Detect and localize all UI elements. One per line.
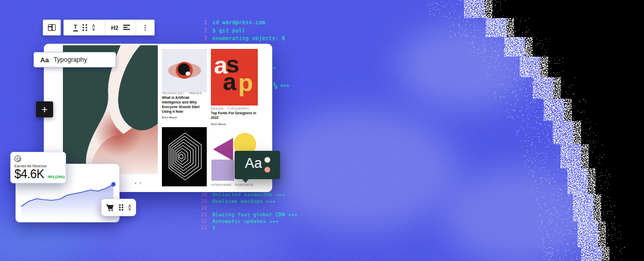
terminal-line: 19Realtime backups +++: [198, 198, 298, 204]
layout-grid-icon: [48, 24, 56, 31]
article-title: Top Fonts For Designers in 2022: [211, 111, 258, 120]
line-number: 1: [198, 20, 207, 25]
block-toolbar: T ∧ ∨ H2 ⋮: [63, 20, 155, 36]
heading-block-button[interactable]: T: [73, 24, 78, 31]
article-title: What is Artificial Intelligence and Why …: [162, 96, 207, 114]
terminal-line: 2$ git pull: [198, 27, 285, 35]
line-number: 2: [198, 28, 207, 33]
terminal-text: Blazing fast global CDN +++: [212, 212, 298, 217]
align-button[interactable]: [123, 25, 130, 30]
terminal-line: 3enumerating objects: 6: [198, 34, 285, 43]
revenue-delta-badge: ↑903 (24%): [46, 175, 65, 180]
poster-letter: p: [238, 71, 253, 95]
chevron-down-icon: ∨: [92, 28, 95, 31]
terminal-text: Automatic updates +++: [212, 218, 279, 224]
line-number: 3: [198, 36, 207, 41]
terminal-text: $ git pull: [212, 28, 245, 33]
line-number: 18: [198, 192, 207, 197]
article-author: Ellen Bauer: [211, 123, 226, 126]
eye-illustration-image: [162, 49, 207, 92]
hexagon-opart-image: [162, 127, 207, 186]
eye-glint: [186, 72, 190, 76]
asap-poster-image: a s a p: [211, 49, 258, 106]
article-tags: TECHNOLOGY TRENDS: [162, 92, 202, 95]
terminal-line: 23$: [198, 224, 298, 231]
block-inserter-button[interactable]: +: [36, 101, 53, 117]
drag-handle[interactable]: [82, 24, 87, 31]
drag-handle-icon: [82, 24, 84, 26]
block-switcher-toolbar: [43, 20, 61, 36]
layout-grid-button[interactable]: [48, 24, 56, 31]
terminal-text: Unlimited bandwidth +++: [212, 192, 285, 197]
terminal-line: 21Blazing fast global CDN +++: [198, 211, 298, 218]
options-button[interactable]: ⋮: [142, 24, 148, 31]
revenue-value: $4.6K: [14, 168, 44, 180]
terminal-top-lines: 1cd wordpress.com 2$ git pull 3enumerati…: [198, 19, 285, 43]
terminal-line: 22Automatic updates +++: [198, 218, 298, 224]
terminal-fragment: +: [273, 65, 276, 71]
cart-button[interactable]: [106, 203, 114, 212]
heading-text-icon: T: [73, 24, 78, 31]
artwork-signature: × 7: [135, 182, 142, 185]
aa-preview-label: Aa: [245, 156, 262, 170]
poster-letter: a: [223, 69, 236, 94]
line-number: 22: [198, 218, 207, 224]
color-swatch-dot: [265, 167, 270, 172]
terminal-bottom-lines: 18Unlimited bandwidth +++ 19Realtime bac…: [198, 191, 298, 231]
hero-collage: 1cd wordpress.com 2$ git pull 3enumerati…: [0, 0, 644, 261]
wordads-icon: [14, 155, 21, 162]
terminal-line: 1cd wordpress.com: [198, 19, 285, 27]
chart-endpoint-dot: [111, 182, 115, 186]
typography-chip-label: Typography: [54, 56, 87, 63]
terminal-line: 20: [198, 204, 298, 211]
terminal-text: Realtime backups +++: [212, 198, 275, 204]
article-tags: INTERVIEWS PODCASTS: [211, 183, 253, 186]
chart-area-fill: [21, 184, 113, 219]
move-block-buttons[interactable]: ∧ ∨: [92, 24, 95, 30]
line-number: 23: [198, 224, 207, 230]
terminal-text: cd wordpress.com: [212, 20, 266, 25]
typography-chip[interactable]: Aa Typography: [34, 52, 116, 67]
lavender-square-shape: [211, 160, 234, 181]
chevron-down-icon: ∨: [128, 207, 131, 211]
terminal-fragment: ▚ +++: [274, 83, 289, 89]
magenta-triangle-shape: [213, 138, 233, 161]
terminal-text: $: [212, 224, 216, 230]
typography-aa-icon: Aa: [40, 56, 49, 64]
color-swatch-dot: [265, 157, 270, 163]
heading-level-button[interactable]: H2: [111, 25, 118, 31]
line-number: 19: [198, 198, 207, 204]
article-author: Ellen Bauer: [162, 116, 177, 119]
drag-handle[interactable]: [119, 204, 123, 211]
article-tags: DESIGN TYPOGRAPHY: [211, 107, 250, 110]
earned-ad-revenue-card: Earned Ad Revenue $4.6K ↑903 (24%): [10, 152, 66, 183]
move-block-buttons[interactable]: ∧ ∨: [128, 204, 131, 211]
typography-preview-tooltip: Aa: [235, 151, 280, 179]
line-number: 21: [198, 212, 207, 217]
cart-block-toolbar: ∧ ∨: [101, 199, 136, 216]
terminal-text: enumerating objects: 6: [212, 36, 285, 41]
line-number: 20: [198, 205, 207, 211]
align-left-icon: [123, 25, 130, 26]
drag-handle-icon: [119, 204, 121, 206]
shopping-cart-icon: [106, 203, 114, 212]
